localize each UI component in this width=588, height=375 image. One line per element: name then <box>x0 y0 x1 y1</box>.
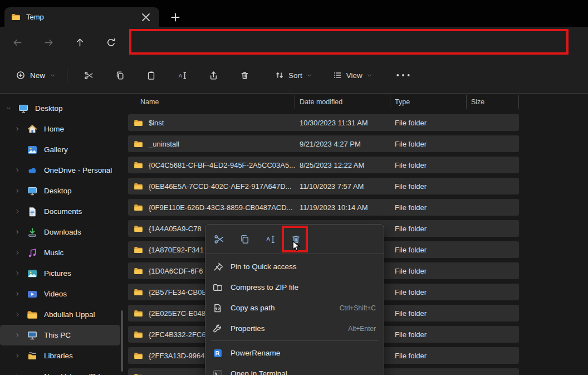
rename-button[interactable]: A <box>171 65 193 86</box>
up-button[interactable] <box>71 34 88 51</box>
sidebar-item-new-volume-d-[interactable]: New Volume (D:) <box>0 366 120 375</box>
chevron-icon[interactable] <box>14 311 27 318</box>
sidebar-item-home[interactable]: Home <box>0 119 120 139</box>
file-name-cell: {0C4C5681-CFBF-4ED2-945F-2A5CC03A5... <box>128 160 295 170</box>
file-row[interactable]: {0F9E110E-626D-43C3-8859-CB0487ACD... 11… <box>128 199 519 216</box>
picture-icon <box>27 268 38 279</box>
sidebar-item-abdullah-uppal[interactable]: Abdullah Uppal <box>0 304 120 325</box>
sidebar-item-downloads[interactable]: Downloads <box>0 222 120 242</box>
toolbar-divider <box>67 68 67 82</box>
sidebar-item-desktop[interactable]: Desktop <box>0 98 120 119</box>
menu-item-shortcut: Alt+Enter <box>348 325 376 333</box>
cut-button[interactable] <box>78 65 99 86</box>
file-type: File folder <box>390 225 467 233</box>
delete-button[interactable] <box>283 228 308 250</box>
folder-icon <box>134 330 143 339</box>
chevron-icon[interactable] <box>14 126 27 132</box>
sidebar-item-music[interactable]: Music <box>0 242 120 263</box>
chevron-icon[interactable] <box>14 353 27 359</box>
column-header-type[interactable]: Type <box>390 95 467 109</box>
file-name-cell: {0EB46E5A-7CCD-402C-AEF2-917A647D... <box>128 182 295 191</box>
file-name: {0F9E110E-626D-43C3-8859-CB0487ACD... <box>149 203 292 212</box>
sidebar-item-libraries[interactable]: Libraries <box>0 345 120 366</box>
refresh-button[interactable] <box>102 34 119 51</box>
sidebar-item-label: Abdullah Uppal <box>44 310 95 319</box>
chevron-down-icon <box>50 72 56 79</box>
context-menu-item[interactable]: Open in Terminal <box>205 363 384 375</box>
copy-icon <box>115 70 125 81</box>
chevron-icon[interactable] <box>14 208 27 215</box>
powerrename-icon <box>212 348 223 359</box>
forward-button[interactable] <box>40 34 57 51</box>
cut-button[interactable] <box>206 228 232 250</box>
sort-label: Sort <box>288 71 302 80</box>
file-date: 11/10/2023 7:57 AM <box>295 182 390 191</box>
new-tab-button[interactable] <box>168 11 183 24</box>
paste-button[interactable] <box>140 65 161 86</box>
sidebar-item-label: Downloads <box>44 228 81 236</box>
more-options-button[interactable] <box>394 66 413 85</box>
file-row[interactable]: {0EB46E5A-7CCD-402C-AEF2-917A647D... 11/… <box>128 178 519 194</box>
sidebar-item-videos[interactable]: Videos <box>0 284 120 304</box>
file-row[interactable]: {0C4C5681-CFBF-4ED2-945F-2A5CC03A5... 8/… <box>128 157 519 173</box>
context-menu-item[interactable]: Properties Alt+Enter <box>205 318 384 339</box>
file-type: File folder <box>390 309 467 318</box>
folder-icon <box>134 203 143 212</box>
context-menu-item[interactable]: Compress to ZIP file <box>205 277 384 298</box>
file-row[interactable]: _uninstall 9/21/2023 4:27 PM File folder <box>128 135 519 152</box>
forward-icon <box>43 37 54 48</box>
chevron-icon[interactable] <box>14 332 27 338</box>
back-button[interactable] <box>9 34 26 51</box>
desktop-icon <box>18 103 29 114</box>
sidebar-item-this-pc[interactable]: This PC <box>0 325 120 345</box>
copy-button[interactable] <box>109 65 130 86</box>
menu-item-label: Pin to Quick access <box>231 262 369 271</box>
sidebar-scrollbar[interactable] <box>121 310 123 372</box>
file-name: {1A870E92-F341 <box>149 246 204 254</box>
file-date: 8/25/2023 12:22 AM <box>295 161 390 169</box>
sidebar-item-pictures[interactable]: Pictures <box>0 263 120 284</box>
sidebar-item-onedrive-personal[interactable]: OneDrive - Personal <box>0 160 120 181</box>
sidebar-item-gallery[interactable]: Gallery <box>0 139 120 160</box>
sidebar-item-desktop[interactable]: Desktop <box>0 181 120 201</box>
context-menu-item[interactable]: Copy as path Ctrl+Shift+C <box>205 298 384 318</box>
sidebar-item-label: Libraries <box>44 352 73 360</box>
chevron-icon[interactable] <box>6 105 18 111</box>
file-name: {0EB46E5A-7CCD-402C-AEF2-917A647D... <box>149 182 292 191</box>
chevron-icon[interactable] <box>14 229 27 235</box>
column-header-name[interactable]: Name <box>128 95 295 109</box>
view-button[interactable]: View <box>327 66 378 85</box>
address-bar-row: This PCLocal Disk (C:)UserspuremAppDataL… <box>0 27 588 57</box>
sort-button[interactable]: Sort <box>269 66 318 85</box>
sidebar-item-label: New Volume (D:) <box>44 372 101 375</box>
new-button[interactable]: New <box>10 66 61 85</box>
tab-close-icon[interactable] <box>139 11 153 24</box>
chevron-icon[interactable] <box>14 270 27 276</box>
share-button[interactable] <box>203 65 224 86</box>
file-name-cell: {0F9E110E-626D-43C3-8859-CB0487ACD... <box>128 203 295 212</box>
folder-icon <box>134 139 143 149</box>
rename-button[interactable]: A <box>257 228 283 250</box>
chevron-icon[interactable] <box>14 167 27 173</box>
context-menu-item[interactable]: PowerRename <box>205 343 384 363</box>
explorer-tab[interactable]: Temp <box>4 7 159 27</box>
column-header-date[interactable]: Date modified <box>295 95 390 109</box>
delete-button[interactable] <box>234 65 255 86</box>
menu-item-label: Compress to ZIP file <box>231 283 369 291</box>
file-name: $inst <box>149 119 164 127</box>
context-menu-items: Pin to Quick access Compress to ZIP file… <box>205 254 384 375</box>
context-menu-item[interactable]: Pin to Quick access <box>205 256 384 277</box>
chevron-icon[interactable] <box>14 250 27 256</box>
menu-item-label: Copy as path <box>231 304 332 312</box>
file-row[interactable]: $inst 10/30/2023 11:31 AM File folder <box>128 114 519 131</box>
file-name: _uninstall <box>149 140 179 148</box>
copy-button[interactable] <box>232 228 257 250</box>
view-label: View <box>346 71 362 80</box>
chevron-icon[interactable] <box>14 188 27 194</box>
chevron-icon[interactable] <box>14 291 27 297</box>
column-header-size[interactable]: Size <box>467 95 519 109</box>
view-icon <box>332 70 342 80</box>
sidebar-item-documents[interactable]: Documents <box>0 201 120 222</box>
menu-item-label: Properties <box>231 324 341 333</box>
file-name: {2E025E7C-E048 <box>149 309 205 318</box>
